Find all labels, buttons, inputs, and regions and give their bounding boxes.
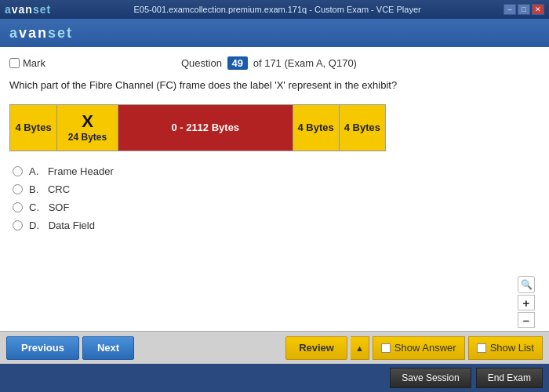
show-list-checkbox [477,343,486,353]
bottom-actions: Save Session End Exam [0,364,549,392]
show-answer-checkbox [381,343,391,353]
question-total: of 171 (Exam A, Q170) [253,57,357,69]
show-answer-button[interactable]: Show Answer [373,336,465,360]
title-bar: avanset E05-001.examcollection.premium.e… [0,0,549,19]
fc-cell-4: 4 Bytes [293,105,340,151]
minimize-button[interactable]: – [504,4,516,15]
show-answer-label: Show Answer [394,342,456,354]
mark-section: Mark [9,57,45,69]
fc-frame-diagram: 4 Bytes X 24 Bytes 0 - 2112 Bytes 4 Byte… [9,104,386,151]
option-d-label: D. [29,220,42,231]
x-label: X [82,113,93,130]
mark-label: Mark [23,57,45,69]
radio-c[interactable] [13,202,23,212]
option-b-label: B. [29,183,42,195]
fc-cell-3: 0 - 2112 Bytes [118,105,293,151]
option-a-text: Frame Header [48,165,114,177]
end-exam-button[interactable]: End Exam [476,368,543,388]
option-d[interactable]: D. Data Field [13,220,540,231]
option-b-text: CRC [48,183,70,195]
titlebar-logo: avanset [5,3,51,16]
header-bar: avanset [0,19,549,47]
previous-button[interactable]: Previous [6,336,79,360]
question-text: Which part of the Fibre Channel (FC) fra… [9,78,540,93]
fc-cell-1: 4 Bytes [10,105,57,151]
bottom-toolbar: Previous Next Review ▲ Show Answer Show … [0,331,549,364]
option-c-label: C. [29,201,42,213]
question-number-area: Question 49 of 171 (Exam A, Q170) [45,56,493,70]
fc-cell-2: X 24 Bytes [57,105,118,151]
option-a[interactable]: A. Frame Header [13,165,540,177]
fc-cell-2-bytes: 24 Bytes [68,132,107,143]
question-prefix: Question [181,57,222,69]
zoom-search-icon[interactable]: 🔍 [518,276,535,293]
radio-d[interactable] [13,220,23,230]
titlebar-title: E05-001.examcollection.premium.exam.171q… [51,5,504,14]
option-b[interactable]: B. CRC [13,183,540,195]
main-content: Mark Question 49 of 171 (Exam A, Q170) W… [0,47,549,331]
question-number-badge: 49 [227,56,248,70]
option-a-label: A. [29,165,42,177]
maximize-button[interactable]: □ [518,4,530,15]
next-button[interactable]: Next [82,336,134,360]
zoom-in-button[interactable]: + [518,295,535,310]
window-controls: – □ ✕ [504,4,544,15]
question-header: Mark Question 49 of 171 (Exam A, Q170) [9,53,540,70]
zoom-out-button[interactable]: – [518,312,535,328]
review-arrow-button[interactable]: ▲ [351,336,369,360]
fc-cell-5: 4 Bytes [340,105,385,151]
radio-b[interactable] [13,184,23,194]
mark-checkbox[interactable] [9,58,20,68]
option-c[interactable]: C. SOF [13,201,540,213]
close-button[interactable]: ✕ [532,4,544,15]
radio-a[interactable] [13,166,23,176]
question-area: Mark Question 49 of 171 (Exam A, Q170) W… [0,47,549,331]
save-session-button[interactable]: Save Session [390,368,471,388]
review-button[interactable]: Review [285,336,347,360]
answer-options: A. Frame Header B. CRC C. SOF D. Data Fi… [13,165,540,231]
show-list-button[interactable]: Show List [468,336,543,360]
show-list-label: Show List [490,342,534,354]
option-d-text: Data Field [49,220,95,231]
option-c-text: SOF [49,201,70,213]
app-logo: avanset [9,25,73,42]
